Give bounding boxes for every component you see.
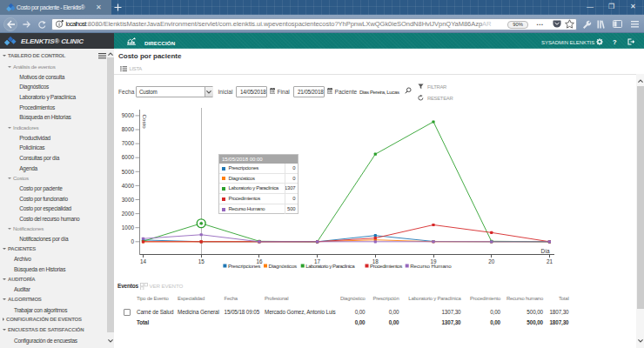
svg-text:0: 0 xyxy=(131,238,134,244)
svg-text:2000: 2000 xyxy=(122,211,135,217)
svg-text:14: 14 xyxy=(140,258,147,264)
svg-text:5000: 5000 xyxy=(122,169,135,175)
svg-text:1000: 1000 xyxy=(122,224,135,231)
svg-text:Procedimientos: Procedimientos xyxy=(370,263,402,269)
svg-text:Día: Día xyxy=(541,248,550,254)
svg-text:Recurso Humano: Recurso Humano xyxy=(410,263,452,269)
svg-text:Laboratorio y Paraclínica: Laboratorio y Paraclínica xyxy=(305,263,355,269)
svg-text:Costo: Costo xyxy=(142,115,148,130)
svg-text:15: 15 xyxy=(198,258,205,264)
svg-text:Diagnósticos: Diagnósticos xyxy=(269,263,298,269)
svg-text:Prescripciones: Prescripciones xyxy=(228,263,260,269)
svg-text:20: 20 xyxy=(488,258,495,264)
svg-text:9000: 9000 xyxy=(122,112,135,118)
svg-text:6000: 6000 xyxy=(122,154,135,160)
svg-text:8000: 8000 xyxy=(122,126,135,132)
svg-text:3000: 3000 xyxy=(122,197,135,203)
svg-text:7000: 7000 xyxy=(122,140,135,146)
svg-text:4000: 4000 xyxy=(122,183,135,189)
svg-text:21: 21 xyxy=(547,258,553,264)
